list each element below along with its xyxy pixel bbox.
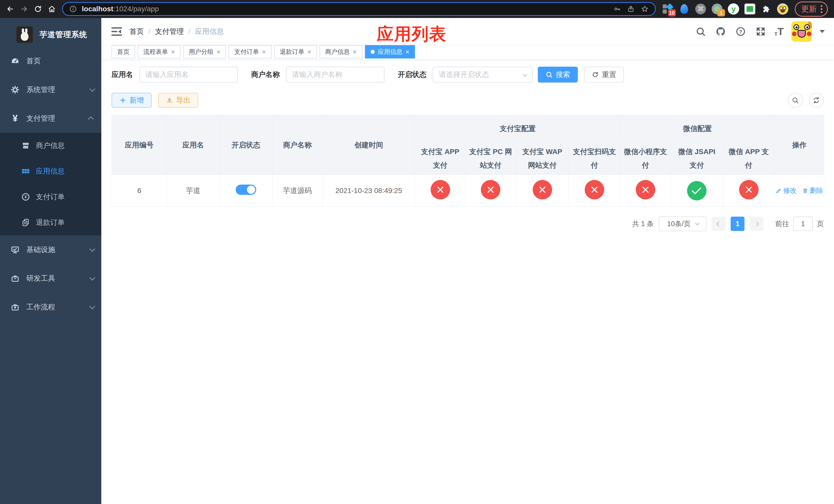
goto-page-input[interactable] — [793, 216, 813, 231]
edit-pen-icon — [775, 188, 782, 194]
edit-link[interactable]: 修改 — [775, 186, 796, 195]
profile-avatar-icon[interactable] — [777, 3, 789, 15]
github-icon[interactable] — [715, 25, 727, 38]
sidebar-item-workflow[interactable]: 工作流程 — [0, 293, 101, 321]
merchant-name-input[interactable] — [286, 67, 385, 83]
tab-merchant-info[interactable]: 商户信息× — [320, 45, 363, 59]
export-button[interactable]: 导出 — [158, 93, 198, 108]
site-info-icon[interactable] — [68, 4, 78, 14]
tab-home[interactable]: 首页 — [112, 45, 135, 59]
sidebar-item-home[interactable]: 首页 — [0, 47, 101, 75]
sidebar-item-infrastructure[interactable]: 基础设施 — [0, 235, 101, 264]
col-created-at: 创建时间 — [323, 115, 415, 175]
table-row: 6 芋道 芋道源码 2021-10-23 08:49:25 — [112, 175, 824, 207]
extension-y-icon[interactable]: y — [728, 3, 739, 15]
extension-chat-icon[interactable] — [744, 3, 756, 15]
browser-menu-kebab-icon[interactable] — [821, 5, 822, 13]
update-label: 更新 — [801, 4, 816, 14]
delete-link[interactable]: 删除 — [802, 186, 823, 195]
next-page-button[interactable] — [750, 216, 764, 231]
search-icon[interactable] — [695, 25, 707, 38]
browser-update-button[interactable]: 更新 — [795, 2, 828, 17]
toolbox-icon — [9, 274, 21, 283]
search-button[interactable]: 搜索 — [538, 67, 578, 83]
tab-app-info[interactable]: 应用信息× — [365, 45, 415, 59]
show-search-button[interactable] — [788, 93, 803, 108]
group-wechat-config: 微信配置 — [620, 115, 775, 142]
refund-doc-icon — [20, 218, 31, 227]
sidebar-item-payment-orders[interactable]: ¥ 支付订单 — [0, 184, 101, 210]
col-wechat-jsapi: 微信 JSAPI 支付 — [671, 142, 723, 175]
page-number-current[interactable]: 1 — [731, 216, 745, 231]
extension-recorder-icon[interactable]: 1 — [711, 3, 723, 15]
app-name-input[interactable] — [139, 67, 238, 83]
status-select[interactable]: 请选择开启状态 — [433, 67, 533, 83]
col-wechat-mini: 微信小程序支付 — [620, 142, 671, 175]
col-alipay-wap: 支付宝 WAP 网站支付 — [516, 142, 569, 175]
prev-page-button[interactable] — [712, 216, 725, 231]
sidebar-item-app-info[interactable]: 应用信息 — [0, 158, 101, 184]
browser-reload-button[interactable] — [32, 3, 44, 15]
alipay-app-status-icon — [431, 180, 450, 200]
breadcrumb-home[interactable]: 首页 — [130, 27, 144, 37]
sidebar-item-dev-tools[interactable]: 研发工具 — [0, 264, 101, 293]
page-size-select[interactable]: 10条/页 — [659, 216, 706, 231]
close-icon[interactable]: × — [262, 48, 266, 55]
close-icon[interactable]: × — [171, 48, 175, 55]
extensions-puzzle-icon[interactable] — [761, 3, 772, 15]
bookmark-star-icon[interactable] — [640, 4, 650, 14]
close-icon[interactable]: × — [405, 48, 409, 55]
navbar-actions: ? тT — [695, 21, 825, 42]
browser-forward-button[interactable] — [18, 3, 30, 15]
close-icon[interactable]: × — [216, 48, 220, 55]
refresh-table-button[interactable] — [809, 93, 824, 108]
reset-button[interactable]: 重置 — [584, 67, 624, 83]
sidebar-item-refund-orders[interactable]: 退款订单 — [0, 210, 101, 235]
pagination: 共 1 条 10条/页 1 前往 页 — [112, 216, 824, 231]
add-button[interactable]: 新增 — [112, 93, 152, 108]
tab-refund-orders[interactable]: 退款订单× — [274, 45, 317, 59]
sidebar-menu: 首页 系统管理 ¥ 支付管理 商户信息 — [0, 47, 101, 504]
extension-badge: 1 — [717, 9, 725, 17]
col-status: 开启状态 — [220, 115, 272, 175]
tab-user-group[interactable]: 用户分组× — [183, 45, 226, 59]
sidebar-logo[interactable]: 芋道管理系统 — [0, 18, 101, 47]
user-menu-caret-icon[interactable] — [820, 30, 825, 36]
address-bar[interactable]: localhost:1024/pay/app — [62, 2, 656, 16]
download-icon — [166, 97, 173, 104]
gear-icon — [9, 85, 21, 94]
help-icon[interactable]: ? — [734, 25, 747, 38]
sidebar-item-merchant-info[interactable]: 商户信息 — [0, 133, 101, 158]
extension-gem-icon[interactable] — [678, 3, 690, 15]
close-icon[interactable]: × — [353, 48, 357, 55]
storefront-icon — [20, 141, 31, 150]
search-form: 应用名 商户名称 开启状态 请选择开启状态 搜索 — [112, 67, 824, 83]
app-logo-image — [16, 26, 33, 43]
tab-payment-orders[interactable]: 支付订单× — [228, 45, 271, 59]
sidebar-item-system[interactable]: 系统管理 — [0, 75, 101, 104]
back-arrow-icon — [6, 5, 14, 13]
breadcrumb-payment[interactable]: 支付管理 — [155, 27, 184, 37]
active-tab-dot — [371, 50, 375, 54]
wechat-app-status-icon — [739, 180, 759, 200]
monitor-icon — [9, 245, 21, 254]
tab-process-form[interactable]: 流程表单× — [138, 45, 180, 59]
font-size-icon[interactable]: тT — [774, 26, 784, 37]
share-icon[interactable] — [626, 4, 636, 14]
sidebar-collapse-icon[interactable] — [111, 25, 123, 38]
enabled-toggle[interactable] — [236, 185, 256, 195]
sidebar-item-payment[interactable]: ¥ 支付管理 — [0, 104, 101, 133]
extension-tabs-icon[interactable]: 10 — [662, 3, 674, 15]
close-icon[interactable]: × — [307, 48, 311, 55]
user-avatar[interactable] — [791, 21, 812, 42]
pagination-total: 共 1 条 — [632, 219, 654, 228]
browser-home-button[interactable] — [46, 3, 58, 15]
browser-back-button[interactable] — [4, 3, 16, 15]
col-wechat-app: 微信 APP 支付 — [723, 142, 775, 175]
chevron-down-icon — [89, 275, 95, 281]
fullscreen-icon[interactable] — [754, 25, 767, 38]
refresh-icon — [592, 71, 599, 78]
extension-command-icon[interactable]: ⌘ — [695, 3, 706, 15]
password-key-icon[interactable] — [612, 4, 622, 14]
reload-icon — [34, 5, 42, 13]
